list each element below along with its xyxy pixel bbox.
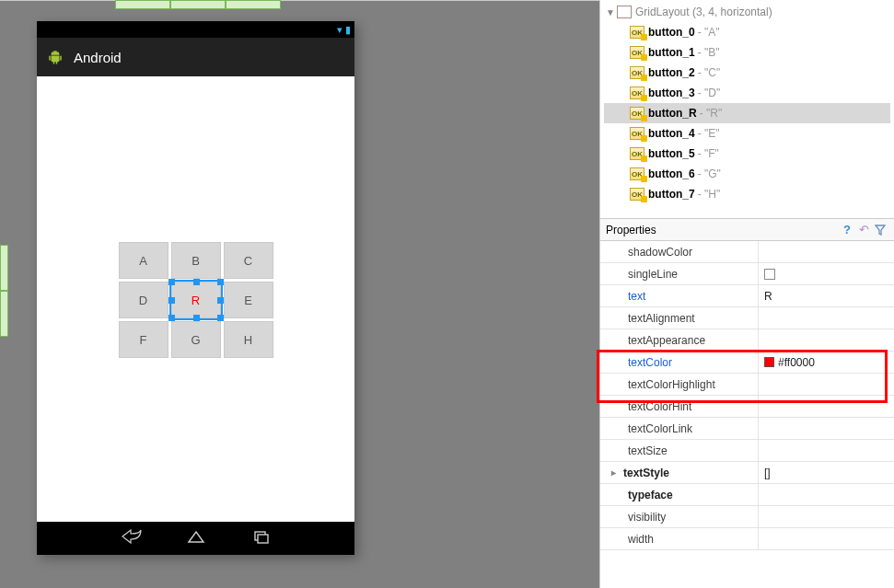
checkbox[interactable] <box>764 269 775 280</box>
wifi-icon: ▾ <box>337 24 343 36</box>
prop-row-visibility[interactable]: visibility <box>600 506 894 528</box>
grid-button-R[interactable]: R <box>171 282 221 318</box>
tree-item-button_R[interactable]: OKbutton_R - "R" <box>604 103 890 123</box>
prop-label: singleLine <box>628 268 678 281</box>
button-widget-icon: OK <box>630 167 644 180</box>
grid-layout-icon <box>617 6 632 18</box>
prop-row-textColor[interactable]: textColor#ff0000 <box>600 352 894 374</box>
device-screen[interactable]: ABCDREFGH <box>37 76 354 522</box>
prop-row-typeface[interactable]: typeface <box>600 484 894 506</box>
prop-value[interactable]: R <box>759 290 894 303</box>
prop-row-textColorLink[interactable]: textColorLink <box>600 418 894 440</box>
prop-value[interactable] <box>759 269 894 280</box>
button-grid: ABCDREFGH <box>119 242 273 358</box>
prop-label: typeface <box>628 489 673 502</box>
properties-table[interactable]: shadowColorsingleLinetextRtextAlignmentt… <box>600 241 894 588</box>
button-widget-icon: OK <box>630 107 644 120</box>
recents-icon[interactable] <box>250 529 271 548</box>
tree-root-label: GridLayout (3, 4, horizontal) <box>635 6 772 18</box>
prop-row-textColorHighlight[interactable]: textColorHighlight <box>600 374 894 396</box>
tree-item-button_5[interactable]: OKbutton_5 - "F" <box>604 144 890 164</box>
tree-root[interactable]: ▼ GridLayout (3, 4, horizontal) <box>604 2 890 22</box>
svg-rect-1 <box>258 535 268 543</box>
grid-button-H[interactable]: H <box>224 321 273 358</box>
button-widget-icon: OK <box>630 127 644 140</box>
color-swatch <box>764 357 774 367</box>
tree-item-button_2[interactable]: OKbutton_2 - "C" <box>604 63 890 83</box>
button-widget-icon: OK <box>630 188 644 201</box>
android-icon <box>46 48 64 66</box>
properties-header: Properties ? ↶ <box>600 219 894 241</box>
prop-label: textAppearance <box>628 334 705 347</box>
prop-label: shadowColor <box>628 246 692 259</box>
back-icon[interactable] <box>122 529 142 548</box>
button-widget-icon: OK <box>630 46 644 59</box>
properties-title: Properties <box>606 224 839 236</box>
prop-row-width[interactable]: width <box>600 528 894 550</box>
prop-label: width <box>628 533 654 546</box>
expand-icon[interactable]: ▼ <box>606 7 615 17</box>
grid-button-D[interactable]: D <box>119 282 168 318</box>
prop-label: textColor <box>628 356 672 369</box>
tree-item-button_1[interactable]: OKbutton_1 - "B" <box>604 42 890 63</box>
app-bar: Android <box>37 38 354 76</box>
side-panel: ▼ GridLayout (3, 4, horizontal) OKbutton… <box>599 0 894 588</box>
expand-arrow-icon[interactable]: ▸ <box>611 467 616 478</box>
palette-top-strip <box>115 0 281 9</box>
grid-button-A[interactable]: A <box>119 242 168 279</box>
prop-row-text[interactable]: textR <box>600 285 894 307</box>
prop-label: textSize <box>628 444 668 457</box>
prop-row-singleLine[interactable]: singleLine <box>600 263 894 285</box>
prop-label: textStyle <box>623 467 669 479</box>
status-bar: ▾ ▮ <box>37 21 354 38</box>
design-canvas[interactable]: ▾ ▮ Android ABCDREFGH <box>0 0 599 588</box>
grid-button-E[interactable]: E <box>224 282 273 318</box>
tree-item-button_7[interactable]: OKbutton_7 - "H" <box>604 184 890 204</box>
main-layout: ▾ ▮ Android ABCDREFGH <box>0 0 894 588</box>
grid-button-C[interactable]: C <box>224 242 273 279</box>
tree-item-button_3[interactable]: OKbutton_3 - "D" <box>604 83 890 103</box>
prop-row-textAlignment[interactable]: textAlignment <box>600 307 894 329</box>
grid-button-B[interactable]: B <box>171 242 221 279</box>
grid-button-F[interactable]: F <box>119 321 168 358</box>
app-title: Android <box>74 50 122 65</box>
button-widget-icon: OK <box>630 66 644 79</box>
home-icon[interactable] <box>186 529 206 548</box>
prop-label: textColorHint <box>628 400 691 413</box>
button-widget-icon: OK <box>630 26 644 39</box>
button-widget-icon: OK <box>630 147 644 160</box>
grid-button-G[interactable]: G <box>171 321 221 358</box>
prop-value[interactable]: #ff0000 <box>759 356 894 369</box>
help-icon[interactable]: ? <box>839 222 855 238</box>
nav-bar <box>37 522 354 555</box>
tree-item-button_0[interactable]: OKbutton_0 - "A" <box>604 22 890 42</box>
prop-row-shadowColor[interactable]: shadowColor <box>600 241 894 263</box>
prop-label: visibility <box>628 511 666 524</box>
tree-item-button_6[interactable]: OKbutton_6 - "G" <box>604 164 890 184</box>
prop-value[interactable]: [] <box>759 467 894 479</box>
prop-row-textSize[interactable]: textSize <box>600 440 894 462</box>
device-frame: ▾ ▮ Android ABCDREFGH <box>37 21 354 555</box>
prop-label: textColorLink <box>628 422 692 435</box>
button-widget-icon: OK <box>630 86 644 99</box>
prop-row-textColorHint[interactable]: textColorHint <box>600 396 894 418</box>
undo-icon[interactable]: ↶ <box>855 222 872 238</box>
prop-label: textAlignment <box>628 312 695 325</box>
prop-row-textAppearance[interactable]: textAppearance <box>600 329 894 352</box>
battery-icon: ▮ <box>345 24 351 36</box>
prop-row-textStyle[interactable]: ▸textStyle[] <box>600 462 894 484</box>
palette-left-strip <box>0 245 8 337</box>
prop-label: textColorHighlight <box>628 378 715 391</box>
component-tree[interactable]: ▼ GridLayout (3, 4, horizontal) OKbutton… <box>600 0 894 219</box>
filter-icon[interactable] <box>872 222 888 238</box>
prop-label: text <box>628 290 645 303</box>
tree-item-button_4[interactable]: OKbutton_4 - "E" <box>604 123 890 144</box>
